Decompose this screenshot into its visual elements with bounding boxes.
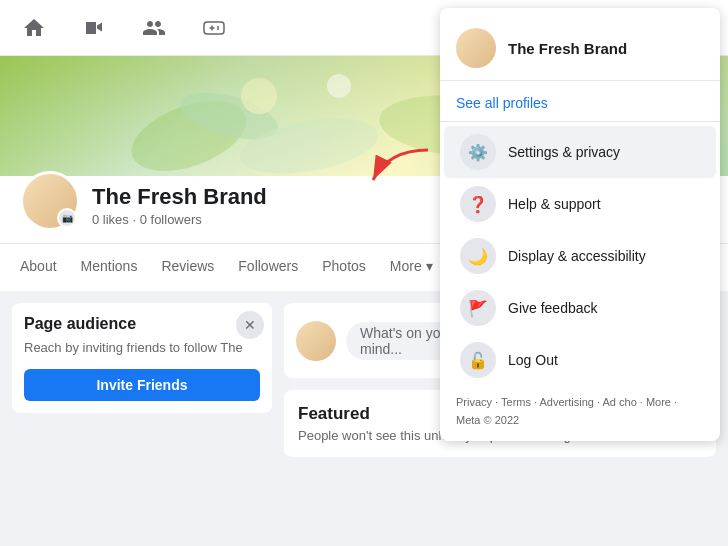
see-all-profiles-link[interactable]: See all profiles [440,89,720,122]
groups-icon[interactable] [136,10,172,46]
feedback-icon: 🚩 [460,290,496,326]
tab-photos[interactable]: Photos [310,244,378,292]
svg-point-15 [241,78,277,114]
profile-stats: 0 likes · 0 followers [92,212,267,227]
profile-name: The Fresh Brand [92,184,267,210]
post-box-avatar [296,321,336,361]
chevron-down-icon: ▾ [426,258,433,274]
dropdown-profile-name: The Fresh Brand [508,40,627,57]
nav-left-icons [16,10,232,46]
audience-card: ✕ Page audience Reach by inviting friend… [12,303,272,413]
dropdown-profile-section[interactable]: The Fresh Brand [440,16,720,81]
profile-text: The Fresh Brand 0 likes · 0 followers [92,184,267,231]
camera-icon[interactable]: 📷 [57,208,77,228]
tab-more[interactable]: More ▾ [378,244,445,292]
display-label: Display & accessibility [508,248,646,264]
dropdown-item-logout[interactable]: 🔓 Log Out [444,334,716,386]
tab-mentions[interactable]: Mentions [69,244,150,292]
tab-about[interactable]: About [8,244,69,292]
feedback-label: Give feedback [508,300,598,316]
home-icon[interactable] [16,10,52,46]
audience-description: Reach by inviting friends to follow The [24,339,260,357]
close-button[interactable]: ✕ [236,311,264,339]
settings-icon: ⚙️ [460,134,496,170]
dropdown-item-feedback[interactable]: 🚩 Give feedback [444,282,716,334]
gaming-icon[interactable] [196,10,232,46]
user-dropdown-menu: The Fresh Brand See all profiles ⚙️ Sett… [440,8,720,441]
dropdown-profile-avatar [456,28,496,68]
invite-friends-button[interactable]: Invite Friends [24,369,260,401]
logout-icon: 🔓 [460,342,496,378]
left-panel: ✕ Page audience Reach by inviting friend… [12,303,272,457]
svg-point-1 [217,26,219,28]
svg-point-16 [327,74,351,98]
help-label: Help & support [508,196,601,212]
settings-label: Settings & privacy [508,144,620,160]
svg-point-2 [217,28,219,30]
logout-label: Log Out [508,352,558,368]
video-icon[interactable] [76,10,112,46]
help-icon: ❓ [460,186,496,222]
display-icon: 🌙 [460,238,496,274]
dropdown-item-display[interactable]: 🌙 Display & accessibility [444,230,716,282]
tab-followers[interactable]: Followers [226,244,310,292]
dropdown-item-help[interactable]: ❓ Help & support [444,178,716,230]
tab-reviews[interactable]: Reviews [149,244,226,292]
dropdown-footer: Privacy · Terms · Advertising · Ad cho ·… [440,386,720,433]
audience-title: Page audience [24,315,260,333]
dropdown-item-settings[interactable]: ⚙️ Settings & privacy [444,126,716,178]
profile-avatar: 📷 [20,171,80,231]
